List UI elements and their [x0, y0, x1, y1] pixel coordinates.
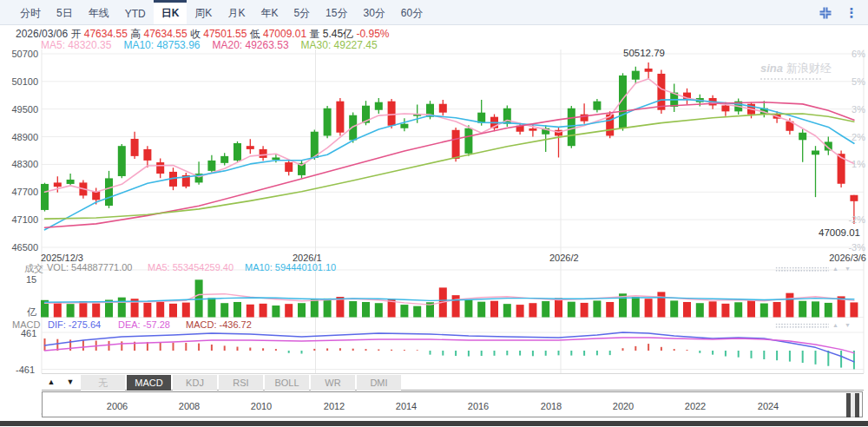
price-axis-label: 47700	[11, 187, 38, 197]
candle-body	[645, 69, 653, 72]
price-axis-label: 50100	[11, 76, 38, 87]
percent-axis-label: -3%	[848, 242, 865, 253]
candle-body	[400, 124, 408, 128]
macd-line-DIF	[45, 332, 854, 362]
pane-down-button[interactable]: ▼	[62, 376, 78, 389]
volume-bar	[143, 303, 151, 318]
candle-body	[207, 161, 215, 171]
timeline-navigator[interactable]: 2006200820102012201420162018202020222024	[42, 391, 863, 417]
volume-bar	[349, 301, 357, 317]
candle-body	[452, 130, 460, 159]
volume-bar	[760, 304, 768, 318]
navigator-year-2018: 2018	[541, 401, 562, 411]
candle-body	[67, 180, 75, 184]
volume-bar	[400, 305, 408, 317]
candle-body	[388, 102, 396, 126]
indicator-tab-BOLL[interactable]: BOLL	[265, 375, 309, 391]
macd-pane-collapse-icon[interactable]: ▲	[832, 322, 838, 328]
candle-body	[285, 162, 293, 172]
macd-pane-expand-icon[interactable]: ▼	[845, 322, 851, 328]
volume-bar	[464, 299, 472, 317]
volume-bar	[696, 303, 704, 317]
volume-bar	[747, 300, 755, 317]
volume-bar	[413, 306, 421, 318]
candle-body	[632, 71, 640, 80]
volume-bar	[503, 304, 511, 317]
price-axis-label: 48900	[11, 132, 38, 142]
ma-line-MA5	[45, 79, 854, 193]
volume-bar	[825, 303, 832, 318]
volume-bar	[773, 302, 781, 318]
indicator-tab-MACD[interactable]: MACD	[127, 375, 171, 391]
volume-bar	[593, 300, 601, 317]
candle-body	[464, 128, 472, 154]
volume-bar	[54, 302, 62, 318]
volume-bar	[516, 305, 524, 317]
indicator-tab-WR[interactable]: WR	[311, 375, 355, 391]
volume-pane-expand-icon[interactable]: ▼	[845, 266, 851, 272]
volume-pane-title: 成交	[24, 262, 43, 275]
candle-body	[799, 133, 806, 140]
candle-body	[143, 149, 151, 161]
sina-watermark: sina 新浪财经	[760, 61, 832, 80]
macd-axis-bottom: -461	[16, 365, 35, 375]
navigator-handle-right[interactable]	[855, 393, 859, 417]
volume-axis-top: 15	[26, 274, 36, 285]
navigator-year-2010: 2010	[251, 401, 272, 411]
candle-body	[812, 151, 819, 155]
peak-price-annotation: 50512.79	[623, 48, 665, 58]
volume-bar	[452, 295, 460, 317]
chart-canvas[interactable]	[0, 0, 868, 427]
volume-bar	[285, 304, 293, 317]
date-axis-label: 2026/3/6	[829, 253, 866, 263]
volume-bar	[786, 293, 793, 318]
candle-body	[105, 178, 113, 206]
volume-bar	[362, 302, 370, 318]
navigator-year-2020: 2020	[613, 401, 634, 411]
volume-bar	[709, 301, 717, 317]
pane-up-button[interactable]: ▲	[43, 376, 59, 389]
macd-pane-grip[interactable]	[775, 323, 829, 328]
volume-bar	[632, 297, 640, 317]
volume-bar	[721, 304, 729, 318]
date-axis-label: 2026/2	[549, 253, 579, 263]
volume-bar	[298, 303, 306, 317]
candle-body	[233, 143, 241, 161]
volume-bar	[734, 302, 742, 317]
candle-body	[156, 162, 164, 174]
candle-body	[375, 102, 383, 110]
watermark-name: 新浪财经	[786, 62, 832, 75]
indicator-tab-无[interactable]: 无	[81, 375, 125, 391]
indicator-tabs: 无MACDKDJRSIBOLLWRDMI	[81, 375, 401, 391]
indicator-tab-DMI[interactable]: DMI	[357, 375, 401, 391]
volume-vol-value: VOL: 544887771.00	[47, 262, 132, 273]
volume-pane-grip[interactable]	[775, 266, 829, 272]
volume-bar	[311, 299, 319, 318]
volume-bar	[233, 302, 241, 318]
volume-bar	[272, 305, 279, 317]
volume-bar	[118, 298, 126, 318]
candle-body	[41, 184, 49, 210]
candle-body	[260, 149, 267, 158]
percent-axis-label: -2%	[848, 214, 865, 225]
volume-bar	[657, 292, 665, 317]
navigator-handle-left[interactable]	[846, 393, 851, 417]
indicator-selector-row: ▲ ▼ 无MACDKDJRSIBOLLWRDMI	[42, 373, 864, 391]
macd-dea-value: DEA: -57.28	[118, 319, 170, 330]
volume-bar	[195, 279, 203, 317]
candle-body	[324, 108, 332, 136]
candle-body	[439, 104, 447, 113]
price-axis-label: 47100	[11, 214, 38, 225]
watermark-brand: sina	[760, 62, 783, 75]
indicator-tab-RSI[interactable]: RSI	[219, 375, 263, 391]
price-axis-label: 50700	[11, 49, 38, 59]
percent-axis-label: 5%	[852, 76, 865, 87]
volume-bar	[67, 304, 75, 317]
volume-bar	[606, 302, 614, 318]
volume-pane-collapse-icon[interactable]: ▲	[832, 266, 838, 272]
volume-bar	[182, 303, 190, 318]
low-price-annotation: 47009.01	[819, 227, 860, 238]
indicator-tab-KDJ[interactable]: KDJ	[173, 375, 217, 391]
candle-body	[529, 128, 536, 131]
volume-bar	[490, 301, 498, 318]
